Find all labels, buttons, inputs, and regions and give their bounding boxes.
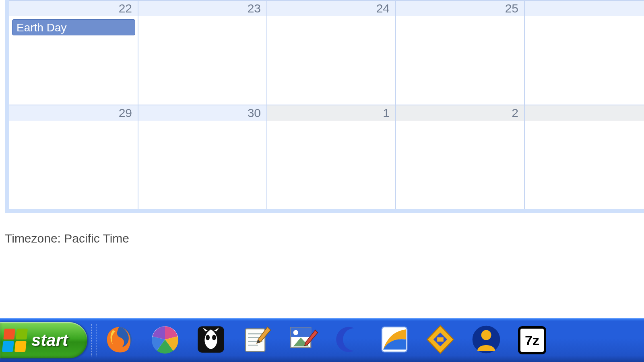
date-number: 29 (9, 105, 138, 121)
calendar-cell[interactable]: 24 (266, 0, 395, 105)
calendar-cell[interactable] (524, 0, 644, 105)
firefox-icon (103, 324, 135, 357)
paint-icon (287, 324, 318, 357)
calendar-row: 22 Earth Day 23 24 25 (9, 0, 644, 105)
calendar-event[interactable]: Earth Day (12, 19, 135, 35)
date-number: 24 (267, 0, 395, 16)
timezone-label-text: Timezone: (5, 232, 64, 245)
quicklaunch-foobar2000[interactable] (195, 325, 227, 356)
date-number: 30 (138, 105, 266, 121)
calendar-cell[interactable]: 30 (138, 105, 266, 209)
start-button-label: start (31, 331, 68, 350)
quicklaunch-bar: 7z (99, 325, 548, 356)
quicklaunch-moon[interactable] (333, 325, 364, 356)
crescent-moon-icon (333, 324, 364, 357)
date-number: 25 (396, 0, 524, 16)
quicklaunch-app-orange[interactable] (379, 325, 410, 356)
swoosh-app-icon (379, 324, 410, 357)
date-number (525, 0, 644, 16)
calendar-cell[interactable]: 25 (395, 0, 524, 105)
svg-point-12 (293, 330, 298, 335)
calendar-cell[interactable]: 2 (395, 105, 524, 209)
quicklaunch-paint[interactable] (287, 325, 318, 356)
date-number: 1 (267, 105, 395, 121)
quicklaunch-notepad[interactable] (241, 325, 272, 356)
date-number: 23 (138, 0, 266, 16)
start-button[interactable]: start (0, 322, 87, 358)
hamachi-icon (425, 324, 456, 357)
calendar-cell[interactable]: 1 (266, 105, 395, 209)
quicklaunch-hamachi[interactable] (425, 325, 456, 356)
date-number (525, 105, 644, 121)
person-icon (471, 324, 502, 357)
quicklaunch-separator (91, 324, 97, 356)
calendar-grid: 22 Earth Day 23 24 25 29 30 (5, 0, 644, 213)
picasa-icon (149, 324, 181, 357)
quicklaunch-7zip[interactable]: 7z (516, 325, 548, 356)
date-number: 22 (9, 0, 138, 16)
taskbar: start (0, 318, 644, 362)
calendar-cell[interactable]: 22 Earth Day (9, 0, 138, 105)
date-number: 2 (396, 105, 524, 121)
seven-zip-icon: 7z (518, 326, 546, 354)
seven-zip-label: 7z (525, 333, 539, 348)
quicklaunch-picasa[interactable] (149, 325, 181, 356)
timezone-label: Timezone:Pacific Time (5, 232, 129, 245)
notepad-icon (241, 324, 272, 357)
svg-point-4 (212, 335, 216, 340)
calendar-cell[interactable]: 23 (138, 0, 266, 105)
foobar2000-icon (195, 324, 227, 357)
calendar-row: 29 30 1 2 (9, 105, 644, 209)
quicklaunch-firefox[interactable] (103, 325, 135, 356)
calendar-cell[interactable] (524, 105, 644, 209)
svg-point-19 (481, 330, 491, 340)
quicklaunch-im-client[interactable] (471, 325, 502, 356)
calendar-container: 22 Earth Day 23 24 25 29 30 (5, 0, 644, 213)
windows-logo-icon (2, 329, 28, 352)
timezone-value: Pacific Time (64, 232, 129, 245)
calendar-cell[interactable]: 29 (9, 105, 138, 209)
svg-point-3 (206, 335, 210, 340)
svg-rect-17 (437, 337, 444, 342)
